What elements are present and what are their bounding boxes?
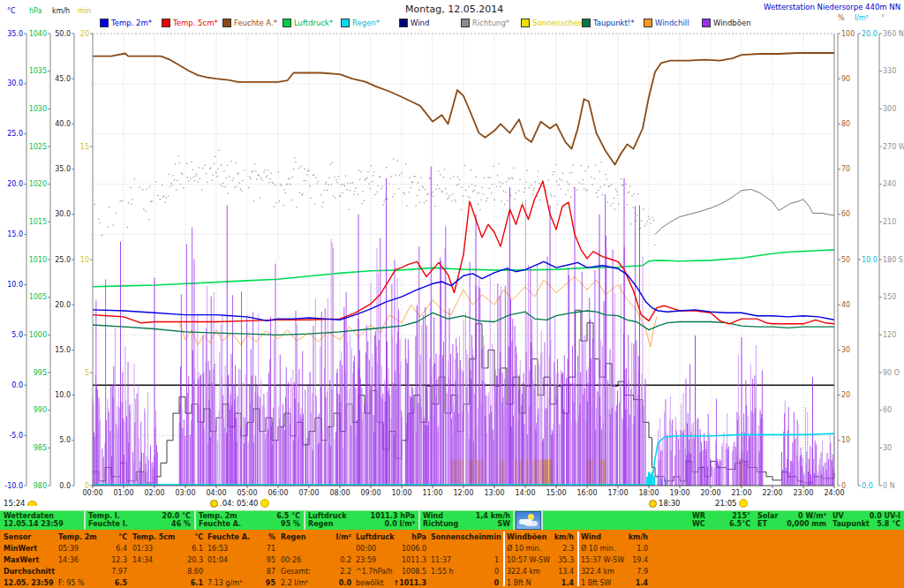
wind-direction-dot [467, 196, 468, 197]
wind-direction-dot [513, 168, 514, 169]
y-tick-label-kmh: 20.0 [35, 301, 71, 309]
wind-direction-dot [258, 174, 259, 175]
x-tick-label: 22:00 [757, 489, 787, 497]
status-row: Feuchte A.95 % [197, 520, 302, 528]
wind-direction-dot [379, 176, 380, 177]
x-tick-label: 10:00 [387, 489, 417, 497]
wind-direction-dot [654, 245, 655, 245]
wind-direction-dot [220, 184, 221, 185]
table-cell-label: 14:34 [132, 554, 153, 566]
status-cell: UV0.0 UV-ITaupunkt5.8 °C [831, 512, 902, 529]
y-tick-label-temp: 30.0 [0, 79, 23, 87]
wind-direction-dot [633, 207, 634, 207]
wind-direction-dot [267, 170, 268, 170]
status-bar-separator [194, 511, 196, 530]
wind-direction-dot [350, 190, 350, 191]
y-tick-label-temp: -5.0 [0, 432, 23, 440]
table-header-unit: km/h [629, 531, 648, 543]
table-cell: bewölkt↑1011.3 [356, 577, 426, 588]
wind-direction-dot [384, 201, 385, 202]
wind-direction-dot [618, 204, 619, 205]
x-tick-label: 19:00 [665, 489, 695, 497]
wind-direction-dot [116, 213, 117, 214]
x-tick-label: 07:00 [294, 489, 324, 497]
wind-direction-dot [226, 177, 227, 178]
status-label: Taupunkt [832, 520, 870, 528]
table-cell-label: Ø 10 min. [581, 543, 615, 554]
table-header-label: Temp. 2m [58, 531, 97, 543]
x-tick-label: 03:00 [170, 489, 200, 497]
wind-direction-dot [346, 189, 347, 190]
wind-direction-dot [202, 168, 203, 169]
wind-direction-dot [386, 167, 387, 168]
table-header-label: Temp. 5cm [132, 531, 175, 543]
wind-direction-dot [108, 227, 109, 228]
wind-direction-dot [430, 178, 431, 179]
wind-direction-dot [501, 200, 502, 201]
y-tick-label-kmh: 45.0 [35, 75, 71, 83]
wind-direction-dot [426, 200, 426, 201]
y-tick-label-hpa: 985 [11, 444, 47, 452]
wind-direction-dot [176, 189, 177, 190]
wind-direction-dot [322, 202, 323, 203]
wind-direction-dot [383, 204, 384, 205]
wind-direction-dot [480, 200, 481, 200]
wind-direction-dot [649, 218, 650, 219]
wind-direction-dot [100, 222, 101, 223]
axis-header-dir: ° [881, 14, 885, 22]
current-values-status-bar: Wetterdaten12.05.14 23:59Temp. I.20.0 °C… [0, 510, 904, 531]
wind-direction-dot [248, 187, 249, 188]
wind-direction-dot [194, 180, 195, 181]
wind-direction-dot [497, 175, 498, 176]
wind-direction-dot [318, 181, 319, 182]
x-tick-label: 01:00 [109, 489, 139, 497]
table-cell-value: 0.0 [339, 577, 351, 588]
table-cell: 2.2 l/m²0.0 [281, 577, 351, 588]
table-cell-value: 6.4 [116, 543, 127, 554]
moon-icon [210, 500, 218, 508]
x-tick-label: 00:00 [78, 489, 108, 497]
wind-direction-dot [317, 184, 318, 185]
legend-label: Feuchte A.* [234, 19, 277, 27]
legend-swatch-icon [282, 19, 291, 27]
x-tick-label: 21:00 [727, 489, 757, 497]
status-value: SW [497, 520, 510, 528]
table-cell: MaxWert [4, 554, 55, 566]
status-row: 12.05.14 23:59 [2, 520, 83, 528]
wind-direction-dot [531, 194, 532, 195]
wind-direction-dot [419, 202, 420, 203]
wind-direction-dot [234, 187, 235, 188]
table-header-unit: km/h [554, 531, 574, 543]
wind-direction-dot [256, 179, 257, 180]
weather-condition-icon [516, 511, 541, 530]
wind-direction-dot [371, 165, 372, 166]
wind-direction-dot [425, 189, 426, 190]
table-cell-value: 0 [494, 566, 499, 577]
wind-direction-dot [252, 170, 253, 171]
wind-direction-dot [175, 163, 176, 164]
wind-direction-dot [459, 179, 460, 180]
wind-direction-dot [511, 177, 512, 178]
sensor-statistics-table: SensorMinWertMaxWertDurchschnitt12.05. 2… [0, 530, 904, 588]
wind-direction-dot [411, 187, 411, 188]
wind-direction-dot [546, 190, 546, 191]
table-cell-value: 6.5 [115, 577, 127, 588]
status-label: Temp. I. [88, 512, 120, 520]
y-tick-label-dir: 330 [883, 67, 896, 75]
table-cell: Durchschnitt [4, 566, 55, 577]
y-tick-label-dir: 60 [883, 406, 892, 414]
legend-item-2: Temp. 5cm* [162, 19, 218, 27]
wind-direction-dot [634, 193, 635, 194]
y-tick-label-dir: 360 N [883, 30, 904, 38]
table-cell: 23:591011.3 [356, 554, 426, 566]
table-cell-value: 7.97 [111, 566, 127, 577]
wind-direction-dot [304, 180, 305, 181]
wind-direction-dot [562, 173, 563, 174]
status-value: 0.0 l/m² [385, 520, 415, 528]
status-label: UV [832, 512, 844, 520]
wind-direction-dot [170, 183, 171, 184]
wind-direction-dot [470, 197, 471, 198]
wind-direction-dot [190, 177, 191, 178]
y-tick-label-lm2: 0.0 [862, 482, 873, 490]
wind-direction-dot [427, 193, 428, 194]
